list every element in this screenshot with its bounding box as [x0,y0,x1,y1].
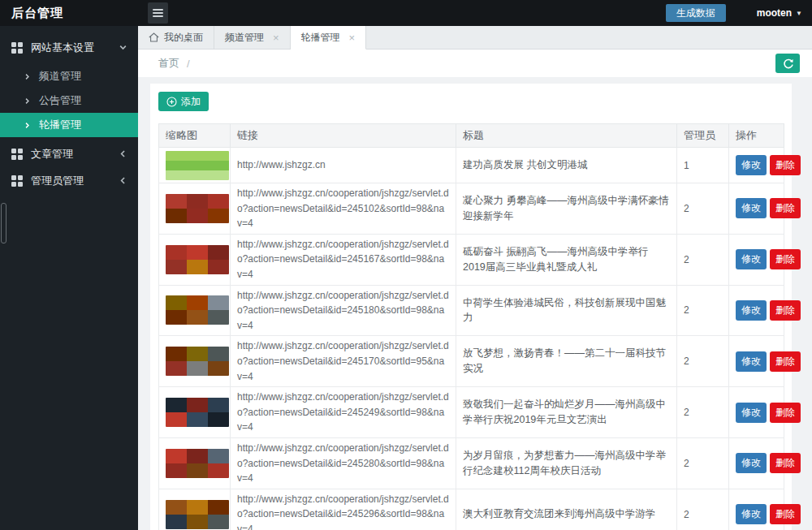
sidebar-item-label: 公告管理 [39,93,81,108]
refresh-button[interactable] [775,54,800,73]
chevron-down-icon [119,43,127,52]
sidebar-item-carousel-management[interactable]: 轮播管理 [0,113,138,137]
generate-data-button[interactable]: 生成数据 [666,4,726,22]
chevron-left-icon [119,176,127,185]
home-icon [149,32,159,42]
link-cell: http://www.jshzgz.cn/cooperation/jshzgz/… [231,285,456,336]
delete-button[interactable]: 删除 [770,453,801,473]
delete-button[interactable]: 删除 [770,249,801,269]
thumbnail-cell [159,489,231,530]
thumbnail-image [166,194,229,223]
sidebar-toggle-button[interactable] [148,2,168,24]
sidebar: 网站基本设置 频道管理公告管理轮播管理 文章管理 管理员管理 [0,26,138,530]
column-header: 缩略图 [159,124,231,148]
thumbnail-image [166,151,229,180]
edit-button[interactable]: 修改 [736,351,767,372]
delete-button[interactable]: 删除 [770,351,801,372]
edit-button[interactable]: 修改 [736,155,767,175]
edit-button[interactable]: 修改 [736,453,767,473]
content-panel: 添加 缩略图链接标题管理员操作 http://www.jshzgz.cn建功高质… [150,84,792,530]
table-header-row: 缩略图链接标题管理员操作 [159,124,784,148]
admin-cell: 2 [677,336,729,387]
breadcrumb: 首页 / [138,50,812,77]
carousel-table: 缩略图链接标题管理员操作 http://www.jshzgz.cn建功高质发展 … [158,123,784,530]
actions-cell: 修改删除 [729,437,784,489]
username: mooten [757,7,792,19]
edit-button[interactable]: 修改 [736,300,767,321]
edit-button[interactable]: 修改 [736,504,767,524]
sidebar-item-label: 网站基本设置 [31,41,110,55]
table-row: http://www.jshzgz.cn/cooperation/jshzgz/… [159,336,784,387]
admin-cell: 2 [677,285,729,336]
breadcrumb-home-link[interactable]: 首页 [158,56,179,71]
sidebar-item-notice-management[interactable]: 公告管理 [0,88,138,113]
table-row: http://www.jshzgz.cn/cooperation/jshzgz/… [159,437,784,489]
tab-strip: 我的桌面频道管理×轮播管理× [138,26,812,50]
add-button-label: 添加 [181,95,201,109]
chevron-right-icon [24,122,31,129]
edit-button[interactable]: 修改 [736,249,767,269]
sidebar-item-article-management[interactable]: 文章管理 [0,140,138,167]
delete-button[interactable]: 删除 [770,403,801,423]
title-cell: 澳大利亚教育交流团来到海州高级中学游学 [456,489,677,530]
admin-cell: 2 [677,234,729,285]
table-row: http://www.jshzgz.cn/cooperation/jshzgz/… [159,183,784,235]
thumbnail-image [166,449,229,478]
link-cell: http://www.jshzgz.cn/cooperation/jshzgz/… [231,234,456,285]
chevron-left-icon [119,149,127,158]
table-row: http://www.jshzgz.cn/cooperation/jshzgz/… [159,234,784,285]
table-row: http://www.jshzgz.cn/cooperation/jshzgz/… [159,489,784,530]
edit-button[interactable]: 修改 [736,403,767,423]
table-row: http://www.jshzgz.cn建功高质发展 共创文明港城1修改删除 [159,148,784,183]
link-cell: http://www.jshzgz.cn/cooperation/jshzgz/… [231,387,456,438]
title-cell: 砥砺奋斗 振翮高飞——海州高级中学举行2019届高三毕业典礼暨成人礼 [456,234,677,285]
link-cell: http://www.jshzgz.cn/cooperation/jshzgz/… [231,183,456,235]
sidebar-item-label: 文章管理 [31,147,110,162]
tab-channel-management[interactable]: 频道管理× [214,26,291,49]
chevron-right-icon [24,73,31,80]
grid-icon [11,149,23,160]
close-icon[interactable]: × [349,32,356,43]
caret-down-icon: ▼ [796,10,802,17]
sidebar-item-admin-management[interactable]: 管理员管理 [0,167,138,194]
title-cell: 放飞梦想，激扬青春！——第二十一届科技节实况 [456,336,677,387]
title-cell: 为岁月留痕，为梦想蓄力——海州高级中学举行纪念建校112周年校庆日活动 [456,437,677,489]
title-cell: 凝心聚力 勇攀高峰——海州高级中学满怀豪情迎接新学年 [456,183,677,235]
thumbnail-cell [159,234,231,285]
thumbnail-image [166,295,229,325]
user-menu[interactable]: mooten ▼ [757,7,802,19]
tab-label: 频道管理 [225,31,264,45]
thumbnail-cell [159,336,231,387]
tab-my-desktop[interactable]: 我的桌面 [138,26,214,49]
sidebar-submenu: 频道管理公告管理轮播管理 [0,64,138,137]
delete-button[interactable]: 删除 [770,300,801,321]
actions-cell: 修改删除 [729,234,784,285]
plus-circle-icon [166,97,177,107]
add-button[interactable]: 添加 [158,92,209,111]
tab-label: 轮播管理 [301,31,340,45]
delete-button[interactable]: 删除 [770,198,801,218]
tab-carousel-management[interactable]: 轮播管理× [291,26,367,50]
column-header: 管理员 [677,124,729,148]
hamburger-icon [153,15,163,17]
thumbnail-image [166,398,229,427]
admin-cell: 1 [677,148,729,183]
title-cell: 致敬我们一起奋斗的灿烂岁月——海州高级中学举行庆祝2019年元旦文艺演出 [456,387,677,438]
main-area: 我的桌面频道管理×轮播管理× 首页 / 添加 [138,26,812,530]
delete-button[interactable]: 删除 [770,504,801,524]
thumbnail-cell [159,183,231,235]
hamburger-icon [153,9,163,11]
table-body: http://www.jshzgz.cn建功高质发展 共创文明港城1修改删除ht… [159,148,784,530]
close-icon[interactable]: × [273,32,279,43]
sidebar-item-channel-management[interactable]: 频道管理 [0,64,138,88]
edit-button[interactable]: 修改 [736,198,767,218]
thumbnail-image [166,347,229,376]
sidebar-scrollbar-thumb[interactable] [1,203,6,243]
table-row: http://www.jshzgz.cn/cooperation/jshzgz/… [159,387,784,438]
title-cell: 中荷学生体验港城民俗，科技创新展现中国魅力 [456,285,677,336]
link-cell: http://www.jshzgz.cn/cooperation/jshzgz/… [231,336,456,387]
actions-cell: 修改删除 [729,148,784,183]
delete-button[interactable]: 删除 [770,155,801,175]
sidebar-item-site-settings[interactable]: 网站基本设置 [0,34,138,61]
thumbnail-cell [159,387,231,438]
